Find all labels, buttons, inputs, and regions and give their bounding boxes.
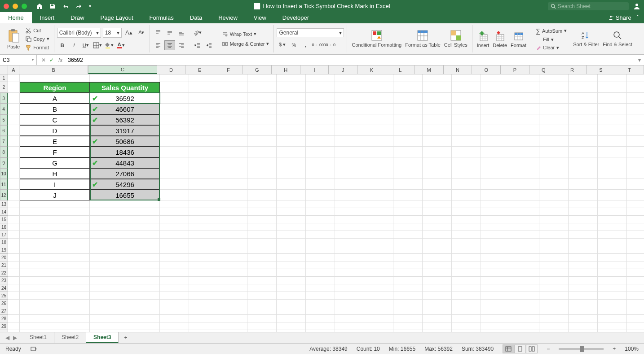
cell-H7[interactable] bbox=[277, 136, 306, 147]
cell-F23[interactable] bbox=[218, 277, 247, 284]
cell-T15[interactable] bbox=[627, 216, 644, 223]
cell-B25[interactable] bbox=[20, 292, 90, 300]
cell-K18[interactable] bbox=[364, 239, 393, 246]
cell-O9[interactable] bbox=[481, 157, 510, 168]
cell-F7[interactable] bbox=[218, 136, 247, 147]
cell-B12[interactable]: J bbox=[20, 190, 90, 200]
cell-K22[interactable] bbox=[364, 269, 393, 277]
sheet-tab-sheet1[interactable]: Sheet1 bbox=[22, 332, 54, 343]
close-window-button[interactable] bbox=[4, 4, 9, 9]
cell-L1[interactable] bbox=[393, 74, 423, 82]
cell-M20[interactable] bbox=[423, 254, 452, 261]
cell-H24[interactable] bbox=[277, 284, 306, 292]
cell-J3[interactable] bbox=[335, 93, 364, 104]
cell-H27[interactable] bbox=[277, 307, 306, 315]
cell-B6[interactable]: D bbox=[20, 125, 90, 136]
cell-N17[interactable] bbox=[452, 231, 481, 239]
cell-F29[interactable] bbox=[218, 322, 247, 330]
page-layout-view-button[interactable] bbox=[514, 344, 526, 353]
cell-Q6[interactable] bbox=[539, 125, 569, 136]
zoom-out-button[interactable]: − bbox=[547, 346, 550, 352]
cell-C3[interactable]: ✔36592 bbox=[90, 93, 160, 104]
cell-Q12[interactable] bbox=[539, 190, 569, 200]
cell-S23[interactable] bbox=[598, 277, 627, 284]
cell-I13[interactable] bbox=[306, 200, 335, 208]
cell-R15[interactable] bbox=[569, 216, 598, 223]
increase-indent-button[interactable] bbox=[204, 40, 215, 50]
cell-O10[interactable] bbox=[481, 168, 510, 179]
cell-O14[interactable] bbox=[481, 208, 510, 216]
cell-N29[interactable] bbox=[452, 322, 481, 330]
cell-E24[interactable] bbox=[189, 284, 218, 292]
cell-D5[interactable] bbox=[160, 114, 189, 125]
user-icon[interactable] bbox=[633, 3, 640, 10]
row-header-7[interactable]: 7 bbox=[0, 136, 8, 147]
cell-Q4[interactable] bbox=[539, 104, 569, 114]
cell-I8[interactable] bbox=[306, 147, 335, 157]
align-bottom-button[interactable] bbox=[176, 28, 187, 38]
column-header-Q[interactable]: Q bbox=[529, 65, 558, 74]
cell-A28[interactable] bbox=[8, 315, 20, 322]
cell-S6[interactable] bbox=[598, 125, 627, 136]
cell-M23[interactable] bbox=[423, 277, 452, 284]
paste-button[interactable]: Paste bbox=[5, 25, 22, 52]
cell-M29[interactable] bbox=[423, 322, 452, 330]
cell-K24[interactable] bbox=[364, 284, 393, 292]
cell-P23[interactable] bbox=[510, 277, 539, 284]
cell-I24[interactable] bbox=[306, 284, 335, 292]
column-header-T[interactable]: T bbox=[615, 65, 644, 74]
cell-M2[interactable] bbox=[423, 82, 452, 93]
cell-T19[interactable] bbox=[627, 246, 644, 254]
cell-A30[interactable] bbox=[8, 330, 20, 332]
cell-I16[interactable] bbox=[306, 223, 335, 231]
font-name-select[interactable]: Calibri (Body)▾ bbox=[57, 28, 101, 38]
cell-I22[interactable] bbox=[306, 269, 335, 277]
cell-Q8[interactable] bbox=[539, 147, 569, 157]
cell-P9[interactable] bbox=[510, 157, 539, 168]
cell-K8[interactable] bbox=[364, 147, 393, 157]
cell-A26[interactable] bbox=[8, 300, 20, 307]
cell-P30[interactable] bbox=[510, 330, 539, 332]
column-header-I[interactable]: I bbox=[300, 65, 329, 74]
cell-E2[interactable] bbox=[189, 82, 218, 93]
cell-L11[interactable] bbox=[393, 179, 423, 190]
cell-N28[interactable] bbox=[452, 315, 481, 322]
cell-M25[interactable] bbox=[423, 292, 452, 300]
cell-L19[interactable] bbox=[393, 246, 423, 254]
cell-E18[interactable] bbox=[189, 239, 218, 246]
cell-P6[interactable] bbox=[510, 125, 539, 136]
cell-C29[interactable] bbox=[90, 322, 160, 330]
cell-D22[interactable] bbox=[160, 269, 189, 277]
cell-R9[interactable] bbox=[569, 157, 598, 168]
cell-S22[interactable] bbox=[598, 269, 627, 277]
cell-G11[interactable] bbox=[247, 179, 277, 190]
cell-D2[interactable] bbox=[160, 82, 189, 93]
cell-H29[interactable] bbox=[277, 322, 306, 330]
cell-N5[interactable] bbox=[452, 114, 481, 125]
row-header-10[interactable]: 10 bbox=[0, 168, 8, 179]
cell-G10[interactable] bbox=[247, 168, 277, 179]
cell-K29[interactable] bbox=[364, 322, 393, 330]
cell-M16[interactable] bbox=[423, 223, 452, 231]
cell-T5[interactable] bbox=[627, 114, 644, 125]
cell-L12[interactable] bbox=[393, 190, 423, 200]
cell-I10[interactable] bbox=[306, 168, 335, 179]
row-header-26[interactable]: 26 bbox=[0, 300, 8, 307]
cell-J1[interactable] bbox=[335, 74, 364, 82]
cell-S8[interactable] bbox=[598, 147, 627, 157]
cell-D20[interactable] bbox=[160, 254, 189, 261]
row-header-19[interactable]: 19 bbox=[0, 246, 8, 254]
cell-D11[interactable] bbox=[160, 179, 189, 190]
column-header-H[interactable]: H bbox=[272, 65, 300, 74]
cell-G28[interactable] bbox=[247, 315, 277, 322]
redo-icon[interactable] bbox=[75, 3, 83, 9]
cell-J6[interactable] bbox=[335, 125, 364, 136]
cell-E12[interactable] bbox=[189, 190, 218, 200]
wrap-text-button[interactable]: Wrap Text ▾ bbox=[220, 30, 271, 38]
cell-R3[interactable] bbox=[569, 93, 598, 104]
cell-B29[interactable] bbox=[20, 322, 90, 330]
cell-G15[interactable] bbox=[247, 216, 277, 223]
cell-E28[interactable] bbox=[189, 315, 218, 322]
sheet-tab-sheet2[interactable]: Sheet2 bbox=[54, 332, 86, 343]
orientation-button[interactable]: ab▾ bbox=[192, 28, 203, 38]
